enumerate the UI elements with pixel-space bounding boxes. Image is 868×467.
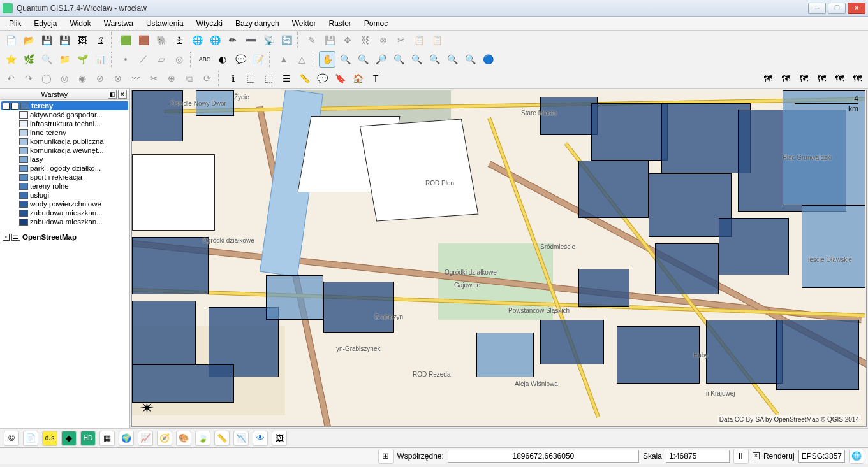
menu-widok[interactable]: Widok <box>63 18 97 29</box>
panel-float-button[interactable]: ◧ <box>108 90 117 99</box>
bookmark-show-button[interactable]: 🏠 <box>349 70 366 87</box>
add-ring-button[interactable]: ◎ <box>56 70 73 87</box>
split-button[interactable]: ✂ <box>145 70 162 87</box>
delete-part-button[interactable]: ⊗ <box>110 70 126 87</box>
add-wms-button[interactable]: 🌐 <box>189 32 205 48</box>
menu-ustawienia[interactable]: Ustawienia <box>140 18 190 29</box>
plugin-copyright[interactable]: © <box>4 431 19 446</box>
add-raster-button[interactable]: 🟫 <box>135 32 152 48</box>
zoom-layer-button[interactable]: 🔍 <box>390 51 407 68</box>
expand-button[interactable]: 🌱 <box>74 51 91 68</box>
refresh-button[interactable]: 🔄 <box>278 32 295 48</box>
plugin-osm[interactable]: 👁 <box>253 431 268 446</box>
raster-tool-2[interactable]: 🗺 <box>777 70 794 87</box>
menu-warstwa[interactable]: Warstwa <box>98 18 140 29</box>
add-vector-button[interactable]: 🟩 <box>117 32 134 48</box>
reshape-button[interactable]: 〰 <box>128 70 144 87</box>
menu-wtyczki[interactable]: Wtyczki <box>190 18 229 29</box>
plugin-hd[interactable]: HD <box>80 431 96 446</box>
add-group-button[interactable]: 📁 <box>56 51 73 68</box>
save-image-button[interactable]: 🖼 <box>74 32 91 48</box>
zoom-last-button[interactable]: 🔍 <box>408 51 425 68</box>
layer-item[interactable]: komunikacja publiczna <box>1 137 128 146</box>
raster-tool-5[interactable]: 🗺 <box>831 70 848 87</box>
text-annotation-button[interactable]: 💬 <box>232 51 249 68</box>
minimize-button[interactable]: ─ <box>808 3 826 14</box>
capture-point-button[interactable]: • <box>117 51 134 68</box>
menu-wektor[interactable]: Wektor <box>286 18 323 29</box>
render-checkbox[interactable]: × <box>753 452 760 459</box>
plugin-green1[interactable]: ◆ <box>61 431 77 446</box>
text-tool-button[interactable]: T <box>367 70 384 87</box>
layer-item[interactable]: zabudowa mieszkan... <box>1 217 128 226</box>
new-vector-button[interactable]: ✏ <box>224 32 241 48</box>
layer-item[interactable]: inne tereny <box>1 128 128 137</box>
form-annotation-button[interactable]: 📝 <box>250 51 267 68</box>
plugin-style[interactable]: 🎨 <box>176 431 191 446</box>
stop-render-button[interactable]: ⏸ <box>733 449 749 464</box>
open-project-button[interactable]: 📂 <box>20 32 37 48</box>
identify-button[interactable]: ℹ <box>224 70 241 87</box>
node-tool-button[interactable]: ⛓ <box>357 32 374 48</box>
plugin-notes[interactable]: 📄 <box>23 431 38 446</box>
checkbox-icon[interactable]: × <box>3 234 10 241</box>
redo-button[interactable]: ↷ <box>20 70 37 87</box>
plugin-image[interactable]: 🖼 <box>272 431 287 446</box>
select-button[interactable]: ⬚ <box>242 70 259 87</box>
add-spatialite-button[interactable]: 🗄 <box>171 32 188 48</box>
close-button[interactable]: ✕ <box>848 3 865 14</box>
crs-button[interactable]: 🌐 <box>849 449 864 464</box>
menu-raster[interactable]: Raster <box>323 18 358 29</box>
add-postgis-button[interactable]: 🐘 <box>153 32 170 48</box>
rotate-button[interactable]: ⟳ <box>199 70 216 87</box>
label-button[interactable]: ABC <box>196 51 213 68</box>
copy-features-button[interactable]: 📋 <box>411 32 427 48</box>
layer-item[interactable]: lasy <box>1 155 128 164</box>
zoom-native-button[interactable]: 🔍 <box>444 51 460 68</box>
checkbox-icon[interactable]: × <box>11 103 18 110</box>
plugin-leaf[interactable]: 🍃 <box>195 431 210 446</box>
move-feature-button[interactable]: ✥ <box>339 32 356 48</box>
paste-features-button[interactable]: 📋 <box>429 32 445 48</box>
layer-item[interactable]: zabudowa mieszkan... <box>1 208 128 217</box>
plugin-d2s[interactable]: d₂s <box>42 431 57 446</box>
toggle-edit-button[interactable]: ✎ <box>304 32 320 48</box>
layer-item[interactable]: usługi <box>1 190 128 199</box>
deselect-button[interactable]: ⬚ <box>260 70 277 87</box>
zoom-in-button[interactable]: 🔍 <box>337 51 353 68</box>
layer-item[interactable]: parki, ogody działko... <box>1 164 128 173</box>
maptips-button[interactable]: 💬 <box>314 70 330 87</box>
save-button[interactable]: 💾 <box>38 32 55 48</box>
layer-osm[interactable]: × ☰ OpenStreetMap <box>1 233 128 241</box>
remove-layer-button[interactable]: ➖ <box>242 32 259 48</box>
ring-button[interactable]: ◎ <box>171 51 188 68</box>
layer-item[interactable]: komunikacja wewnęt... <box>1 146 128 155</box>
menu-plik[interactable]: Plik <box>3 18 27 29</box>
query-button[interactable]: 🔍 <box>38 51 55 68</box>
simplify-button[interactable]: ◯ <box>38 70 55 87</box>
crs-field[interactable]: EPSG:3857 <box>798 450 845 463</box>
layer-item[interactable]: infrastruktura techni... <box>1 119 128 128</box>
new-project-button[interactable]: 📄 <box>3 32 19 48</box>
layer-item[interactable]: sport i rekreacja <box>1 173 128 182</box>
maximize-button[interactable]: ☐ <box>828 3 846 14</box>
menu-edycja[interactable]: Edycja <box>27 18 63 29</box>
merge-attr-button[interactable]: ⧉ <box>181 70 198 87</box>
plugin-button-1[interactable]: ▲ <box>276 51 292 68</box>
save-edits-button[interactable]: 💾 <box>321 32 338 48</box>
zoom-next-button[interactable]: 🔍 <box>462 51 478 68</box>
bookmark-new-button[interactable]: 🔖 <box>332 70 348 87</box>
save-as-button[interactable]: 💾 <box>56 32 73 48</box>
panel-close-button[interactable]: ✕ <box>118 90 127 99</box>
delete-ring-button[interactable]: ⊘ <box>92 70 108 87</box>
raster-tool-3[interactable]: 🗺 <box>795 70 812 87</box>
collapse-button[interactable]: 📊 <box>92 51 108 68</box>
menu-bazy[interactable]: Bazy danych <box>229 18 286 29</box>
pan-button[interactable]: ✋ <box>319 51 335 68</box>
show-layer-button[interactable]: ⭐ <box>3 51 19 68</box>
gps-button[interactable]: 📡 <box>260 32 277 48</box>
coord-field[interactable]: 1896672,6636050 <box>448 450 639 463</box>
plugin-button-2[interactable]: △ <box>293 51 310 68</box>
raster-tool-4[interactable]: 🗺 <box>813 70 830 87</box>
diagram-button[interactable]: ◐ <box>214 51 231 68</box>
